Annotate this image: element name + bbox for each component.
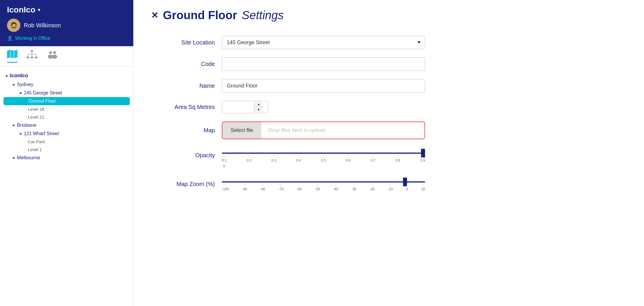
map-zoom-slider[interactable] <box>222 181 425 182</box>
tree-item-carpark[interactable]: Car Park <box>0 138 133 146</box>
opacity-tick-0.5: 0.5 <box>321 155 326 162</box>
tree-item-ground-floor[interactable]: Ground Floor <box>3 97 130 105</box>
tree-item-level21[interactable]: Level 21 <box>0 113 133 121</box>
area-spinner-buttons: ▲ ▼ <box>254 102 263 112</box>
area-spinner: ▲ ▼ <box>222 101 268 113</box>
close-button[interactable]: ✕ <box>151 10 158 20</box>
tree-arrow-121wharf: ◄ <box>19 132 22 136</box>
opacity-tick-0.6: 0.6 <box>346 155 351 162</box>
brand-row: IconIco ▾ <box>7 5 126 15</box>
map-zoom-tick--30: -30 <box>351 184 356 191</box>
nav-map-icon[interactable] <box>7 50 17 63</box>
map-zoom-tick-0: 0 <box>406 184 408 191</box>
sidebar: IconIco ▾ 🧔 Rob Wilkinson 👤 Working in O… <box>0 0 134 306</box>
map-zoom-tick--70: -70 <box>278 184 283 191</box>
tree-arrow-145george: ◄ <box>19 91 22 95</box>
main-content: ✕ Ground Floor Settings Site Location 14… <box>134 0 644 306</box>
area-label: Area Sq Metres <box>151 104 215 110</box>
map-label: Map <box>151 127 215 134</box>
tree-label-carpark: Car Park <box>28 139 45 144</box>
opacity-control: 0.1 0.2 0.3 0.4 0.5 0.6 <box>222 150 425 168</box>
opacity-tick-0.9: 0.9 <box>420 155 425 162</box>
map-zoom-tick--80: -80 <box>260 184 265 191</box>
opacity-row: Opacity 0.1 0.2 0.3 0.4 <box>151 147 528 168</box>
site-location-label: Site Location <box>151 39 215 46</box>
nav-icons <box>0 46 133 67</box>
code-row: Code <box>151 57 528 71</box>
tree-arrow-melbourne: ◄ <box>12 156 15 160</box>
code-input[interactable] <box>222 57 425 71</box>
svg-rect-4 <box>27 57 29 58</box>
map-zoom-tick--20: -20 <box>370 184 375 191</box>
page-title-italic: Settings <box>242 9 284 22</box>
opacity-tick-0.1: 0.1 <box>222 155 227 162</box>
tree-item-121wharf[interactable]: ◄ 121 Wharf Street <box>0 130 133 138</box>
svg-marker-0 <box>7 50 17 58</box>
name-input[interactable] <box>222 79 425 93</box>
map-zoom-tick--90: -90 <box>242 184 247 191</box>
tree-label-sydney: Sydney <box>17 82 33 87</box>
svg-rect-6 <box>35 57 37 58</box>
brand-chevron-icon[interactable]: ▾ <box>38 7 40 13</box>
site-location-control: 145 George Street 121 Wharf Street <box>222 36 425 49</box>
code-control <box>222 57 425 71</box>
tree-label-121wharf: 121 Wharf Street <box>24 131 59 136</box>
person-icon: 👤 <box>7 35 13 41</box>
brand-name[interactable]: IconIco <box>7 5 35 15</box>
opacity-current-value: 1 <box>222 164 425 168</box>
map-zoom-control: -100 -90 -80 -70 -60 -50 <box>222 178 425 191</box>
opacity-tick-0.8: 0.8 <box>395 155 400 162</box>
map-row: Map Select file Drop files here to uploa… <box>151 121 528 139</box>
tree-arrow-iconico: ◄ <box>5 74 8 78</box>
svg-rect-3 <box>31 50 33 52</box>
nav-people-icon[interactable] <box>46 50 59 62</box>
tree-label-melbourne: Melbourne <box>17 155 40 161</box>
tree-arrow-sydney: ◄ <box>12 83 15 87</box>
map-zoom-tick--10: -10 <box>388 184 393 191</box>
tree-item-145-george[interactable]: ◄ 145 George Street <box>0 89 133 97</box>
map-zoom-tick-10: 10 <box>421 184 425 191</box>
map-zoom-tick--60: -60 <box>297 184 302 191</box>
map-zoom-tick--40: -40 <box>333 184 338 191</box>
page-header: ✕ Ground Floor Settings <box>151 9 627 22</box>
opacity-tick-0.4: 0.4 <box>296 155 301 162</box>
status-row: 👤 Working in Office <box>7 35 126 41</box>
svg-point-15 <box>52 55 57 59</box>
tree-arrow-brisbane: ◄ <box>12 123 15 127</box>
tree-label-level21: Level 21 <box>28 114 44 119</box>
tree-item-sydney[interactable]: ◄ Sydney <box>0 80 133 89</box>
tree-label-level1: Level 1 <box>28 147 42 152</box>
select-file-button[interactable]: Select file <box>222 122 261 139</box>
area-row: Area Sq Metres ▲ ▼ <box>151 101 528 113</box>
user-name: Rob Wilkinson <box>24 22 61 29</box>
area-increment-button[interactable]: ▲ <box>254 102 263 107</box>
tree-item-level18[interactable]: Level 18 <box>0 105 133 113</box>
avatar: 🧔 <box>7 19 20 32</box>
sidebar-header: IconIco ▾ 🧔 Rob Wilkinson 👤 Working in O… <box>0 0 133 46</box>
site-location-select[interactable]: 145 George Street 121 Wharf Street <box>222 36 425 49</box>
opacity-tick-0.7: 0.7 <box>370 155 375 162</box>
map-zoom-label: Map Zoom (%) <box>151 178 215 187</box>
settings-form: Site Location 145 George Street 121 Whar… <box>151 36 528 191</box>
tree-item-level1[interactable]: Level 1 <box>0 146 133 153</box>
drop-zone: Drop files here to upload <box>261 122 424 139</box>
map-zoom-row: Map Zoom (%) -100 -90 -80 -70 <box>151 176 528 191</box>
tree-item-iconico[interactable]: ◄ IconIco <box>0 71 133 80</box>
name-control <box>222 79 425 93</box>
svg-point-12 <box>49 51 52 54</box>
tree-item-melbourne[interactable]: ◄ Melbourne <box>0 153 133 162</box>
tree-section: ◄ IconIco ◄ Sydney ◄ 145 George Street G… <box>0 67 133 306</box>
status-text: Working in Office <box>15 36 50 41</box>
user-row: 🧔 Rob Wilkinson <box>7 19 126 32</box>
tree-label-145george: 145 George Street <box>24 90 62 96</box>
map-zoom-tick--100: -100 <box>222 184 229 191</box>
name-label: Name <box>151 83 215 89</box>
svg-rect-5 <box>31 57 33 58</box>
name-row: Name <box>151 79 528 93</box>
area-input[interactable] <box>222 101 254 113</box>
file-upload-area: Select file Drop files here to upload <box>222 121 425 139</box>
opacity-slider[interactable] <box>222 153 425 154</box>
nav-org-icon[interactable] <box>27 50 37 62</box>
tree-item-brisbane[interactable]: ◄ Brisbane <box>0 121 133 130</box>
area-decrement-button[interactable]: ▼ <box>254 107 263 112</box>
